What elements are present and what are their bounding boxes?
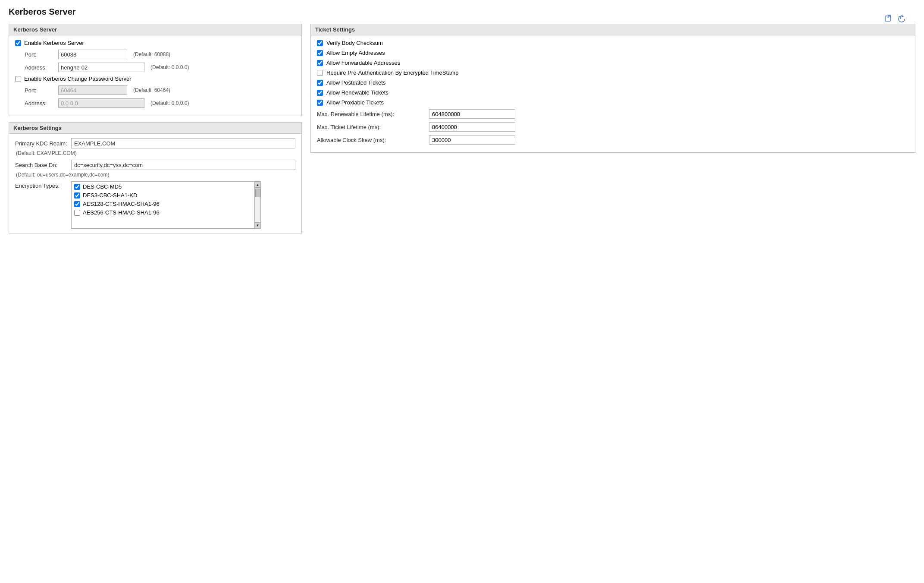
realm-input[interactable] xyxy=(71,138,295,148)
export-icon[interactable] xyxy=(883,14,894,24)
enable-change-password-row: Enable Kerberos Change Password Server xyxy=(15,76,295,82)
enc-label-1: DES3-CBC-SHA1-KD xyxy=(83,192,137,199)
ticket-checkbox-label-3: Require Pre-Authentication By Encrypted … xyxy=(326,69,458,76)
max-renewable-input[interactable] xyxy=(429,109,515,119)
ticket-checkbox-label-4: Allow Postdated Tickets xyxy=(326,79,385,86)
max-ticket-label: Max. Ticket Lifetime (ms): xyxy=(317,124,429,130)
main-layout: Kerberos Server Enable Kerberos Server P… xyxy=(9,24,915,240)
address-default-hint: (Default: 0.0.0.0) xyxy=(150,64,189,70)
right-panel: Ticket Settings Verify Body Checksum All… xyxy=(310,24,915,153)
kerberos-server-header: Kerberos Server xyxy=(9,24,301,35)
ticket-checkbox-row-4: Allow Postdated Tickets xyxy=(317,79,909,86)
ticket-checkbox-label-6: Allow Proxiable Tickets xyxy=(326,99,384,106)
max-ticket-row: Max. Ticket Lifetime (ms): xyxy=(317,122,909,132)
enc-item-0: DES-CBC-MD5 xyxy=(74,183,252,190)
cp-port-default-hint: (Default: 60464) xyxy=(133,87,170,93)
kerberos-settings-header: Kerberos Settings xyxy=(9,123,301,134)
address-input[interactable] xyxy=(58,63,144,72)
ticket-checkbox-2[interactable] xyxy=(317,60,323,66)
search-base-default-hint: (Default: ou=users,dc=example,dc=com) xyxy=(15,172,295,178)
ticket-checkbox-6[interactable] xyxy=(317,100,323,106)
enc-item-3: AES256-CTS-HMAC-SHA1-96 xyxy=(74,209,252,216)
max-renewable-label: Max. Renewable Lifetime (ms): xyxy=(317,111,429,117)
ticket-checkbox-row-1: Allow Empty Addresses xyxy=(317,50,909,56)
search-base-label: Search Base Dn: xyxy=(15,162,71,168)
ticket-checkbox-5[interactable] xyxy=(317,90,323,96)
ticket-checkbox-row-6: Allow Proxiable Tickets xyxy=(317,99,909,106)
clock-skew-input[interactable] xyxy=(429,135,515,145)
cp-port-input xyxy=(58,85,127,95)
encryption-types-label: Encryption Types: xyxy=(15,181,71,189)
enc-checkbox-1[interactable] xyxy=(74,192,80,199)
ticket-checkbox-row-5: Allow Renewable Tickets xyxy=(317,89,909,96)
search-base-row: Search Base Dn: xyxy=(15,160,295,170)
enc-scroll-thumb xyxy=(255,189,260,197)
ticket-checkbox-1[interactable] xyxy=(317,50,323,56)
cp-port-row: Port: (Default: 60464) xyxy=(15,85,295,95)
enable-kerberos-label: Enable Kerberos Server xyxy=(24,40,84,46)
ticket-settings-body: Verify Body Checksum Allow Empty Address… xyxy=(311,35,915,152)
ticket-checkbox-label-1: Allow Empty Addresses xyxy=(326,50,385,56)
ticket-checkbox-row-2: Allow Forwardable Addresses xyxy=(317,60,909,66)
address-label: Address: xyxy=(25,64,55,71)
encryption-types-row: Encryption Types: DES-CBC-MD5 DES3-CBC-S… xyxy=(15,181,295,229)
toolbar-icons xyxy=(883,14,907,24)
enc-item-1: DES3-CBC-SHA1-KD xyxy=(74,192,252,199)
enc-scroll-down-button[interactable]: ▼ xyxy=(255,222,261,228)
enc-label-3: AES256-CTS-HMAC-SHA1-96 xyxy=(83,209,160,216)
encryption-types-list[interactable]: DES-CBC-MD5 DES3-CBC-SHA1-KD AES128-CTS-… xyxy=(72,182,254,228)
port-row: Port: (Default: 60088) xyxy=(15,50,295,59)
realm-default-hint: (Default: EXAMPLE.COM) xyxy=(15,150,295,156)
page-title: Kerberos Server xyxy=(9,7,915,17)
enable-change-password-checkbox[interactable] xyxy=(15,76,21,82)
kerberos-settings-section: Kerberos Settings Primary KDC Realm: (De… xyxy=(9,122,302,233)
svg-line-1 xyxy=(888,15,890,18)
ticket-checkbox-row-0: Verify Body Checksum xyxy=(317,40,909,46)
ticket-checkbox-row-3: Require Pre-Authentication By Encrypted … xyxy=(317,69,909,76)
enable-kerberos-checkbox[interactable] xyxy=(15,40,21,46)
encryption-types-list-container: DES-CBC-MD5 DES3-CBC-SHA1-KD AES128-CTS-… xyxy=(71,181,261,229)
enc-checkbox-3[interactable] xyxy=(74,210,80,216)
enc-scrollbar: ▲ ▼ xyxy=(254,182,260,228)
left-panel: Kerberos Server Enable Kerberos Server P… xyxy=(9,24,302,240)
ticket-settings-header: Ticket Settings xyxy=(311,24,915,35)
max-ticket-input[interactable] xyxy=(429,122,515,132)
port-input[interactable] xyxy=(58,50,127,59)
max-renewable-row: Max. Renewable Lifetime (ms): xyxy=(317,109,909,119)
port-label: Port: xyxy=(25,51,55,58)
enable-change-password-label: Enable Kerberos Change Password Server xyxy=(24,76,132,82)
ticket-checkbox-0[interactable] xyxy=(317,40,323,46)
realm-row: Primary KDC Realm: xyxy=(15,138,295,148)
kerberos-settings-body: Primary KDC Realm: (Default: EXAMPLE.COM… xyxy=(9,134,301,233)
cp-address-label: Address: xyxy=(25,100,55,107)
enc-checkbox-2[interactable] xyxy=(74,201,80,207)
clock-skew-row: Allowable Clock Skew (ms): xyxy=(317,135,909,145)
kerberos-server-section: Kerberos Server Enable Kerberos Server P… xyxy=(9,24,302,116)
realm-label: Primary KDC Realm: xyxy=(15,140,71,147)
cp-port-label: Port: xyxy=(25,87,55,94)
ticket-checkbox-4[interactable] xyxy=(317,80,323,86)
ticket-settings-section: Ticket Settings Verify Body Checksum All… xyxy=(310,24,915,153)
ticket-checkbox-label-5: Allow Renewable Tickets xyxy=(326,89,388,96)
enc-label-0: DES-CBC-MD5 xyxy=(83,183,122,190)
ticket-checkbox-label-2: Allow Forwardable Addresses xyxy=(326,60,400,66)
port-default-hint: (Default: 60088) xyxy=(133,51,170,57)
ticket-checkbox-label-0: Verify Body Checksum xyxy=(326,40,383,46)
address-row: Address: (Default: 0.0.0.0) xyxy=(15,63,295,72)
enable-kerberos-row: Enable Kerberos Server xyxy=(15,40,295,46)
svg-rect-0 xyxy=(885,16,890,21)
enc-checkbox-0[interactable] xyxy=(74,184,80,190)
enc-scroll-up-button[interactable]: ▲ xyxy=(255,182,261,188)
refresh-icon[interactable] xyxy=(896,14,907,24)
ticket-checkbox-3[interactable] xyxy=(317,70,323,76)
cp-address-row: Address: (Default: 0.0.0.0) xyxy=(15,98,295,108)
clock-skew-label: Allowable Clock Skew (ms): xyxy=(317,137,429,143)
kerberos-server-body: Enable Kerberos Server Port: (Default: 6… xyxy=(9,35,301,116)
enc-label-2: AES128-CTS-HMAC-SHA1-96 xyxy=(83,201,160,207)
search-base-input[interactable] xyxy=(71,160,295,170)
cp-address-default-hint: (Default: 0.0.0.0) xyxy=(150,100,189,106)
enc-item-2: AES128-CTS-HMAC-SHA1-96 xyxy=(74,201,252,207)
cp-address-input xyxy=(58,98,144,108)
